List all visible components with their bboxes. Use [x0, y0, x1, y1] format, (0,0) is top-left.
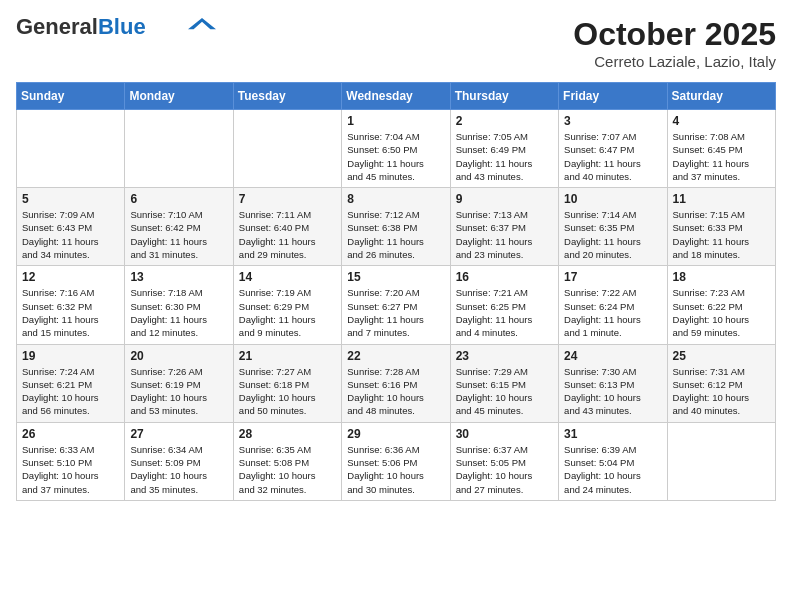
day-number: 4 [673, 114, 770, 128]
cell-text: Sunrise: 6:34 AMSunset: 5:09 PMDaylight:… [130, 443, 227, 496]
cell-text: Sunrise: 7:08 AMSunset: 6:45 PMDaylight:… [673, 130, 770, 183]
cell-text: Sunrise: 7:19 AMSunset: 6:29 PMDaylight:… [239, 286, 336, 339]
day-number: 23 [456, 349, 553, 363]
logo-text: GeneralBlue [16, 16, 146, 38]
day-number: 14 [239, 270, 336, 284]
page-header: GeneralBlue October 2025 Cerreto Laziale… [16, 16, 776, 70]
calendar-cell: 14Sunrise: 7:19 AMSunset: 6:29 PMDayligh… [233, 266, 341, 344]
weekday-header: Saturday [667, 83, 775, 110]
cell-text: Sunrise: 7:07 AMSunset: 6:47 PMDaylight:… [564, 130, 661, 183]
calendar-cell: 20Sunrise: 7:26 AMSunset: 6:19 PMDayligh… [125, 344, 233, 422]
weekday-header-row: SundayMondayTuesdayWednesdayThursdayFrid… [17, 83, 776, 110]
calendar-week-row: 5Sunrise: 7:09 AMSunset: 6:43 PMDaylight… [17, 188, 776, 266]
calendar-cell: 15Sunrise: 7:20 AMSunset: 6:27 PMDayligh… [342, 266, 450, 344]
calendar-cell: 3Sunrise: 7:07 AMSunset: 6:47 PMDaylight… [559, 110, 667, 188]
cell-text: Sunrise: 6:37 AMSunset: 5:05 PMDaylight:… [456, 443, 553, 496]
day-number: 15 [347, 270, 444, 284]
day-number: 29 [347, 427, 444, 441]
calendar-cell: 2Sunrise: 7:05 AMSunset: 6:49 PMDaylight… [450, 110, 558, 188]
calendar-cell: 23Sunrise: 7:29 AMSunset: 6:15 PMDayligh… [450, 344, 558, 422]
cell-text: Sunrise: 7:05 AMSunset: 6:49 PMDaylight:… [456, 130, 553, 183]
cell-text: Sunrise: 7:09 AMSunset: 6:43 PMDaylight:… [22, 208, 119, 261]
calendar-cell: 22Sunrise: 7:28 AMSunset: 6:16 PMDayligh… [342, 344, 450, 422]
weekday-header: Sunday [17, 83, 125, 110]
logo-blue: Blue [98, 14, 146, 39]
weekday-header: Friday [559, 83, 667, 110]
cell-text: Sunrise: 7:24 AMSunset: 6:21 PMDaylight:… [22, 365, 119, 418]
calendar-cell: 10Sunrise: 7:14 AMSunset: 6:35 PMDayligh… [559, 188, 667, 266]
cell-text: Sunrise: 7:26 AMSunset: 6:19 PMDaylight:… [130, 365, 227, 418]
calendar-cell: 26Sunrise: 6:33 AMSunset: 5:10 PMDayligh… [17, 422, 125, 500]
day-number: 13 [130, 270, 227, 284]
day-number: 6 [130, 192, 227, 206]
day-number: 10 [564, 192, 661, 206]
calendar-cell: 18Sunrise: 7:23 AMSunset: 6:22 PMDayligh… [667, 266, 775, 344]
cell-text: Sunrise: 6:36 AMSunset: 5:06 PMDaylight:… [347, 443, 444, 496]
logo-icon [188, 18, 216, 32]
day-number: 26 [22, 427, 119, 441]
day-number: 16 [456, 270, 553, 284]
weekday-header: Wednesday [342, 83, 450, 110]
calendar-cell: 9Sunrise: 7:13 AMSunset: 6:37 PMDaylight… [450, 188, 558, 266]
logo: GeneralBlue [16, 16, 216, 38]
cell-text: Sunrise: 7:13 AMSunset: 6:37 PMDaylight:… [456, 208, 553, 261]
cell-text: Sunrise: 7:29 AMSunset: 6:15 PMDaylight:… [456, 365, 553, 418]
calendar-week-row: 1Sunrise: 7:04 AMSunset: 6:50 PMDaylight… [17, 110, 776, 188]
calendar-cell: 12Sunrise: 7:16 AMSunset: 6:32 PMDayligh… [17, 266, 125, 344]
cell-text: Sunrise: 7:16 AMSunset: 6:32 PMDaylight:… [22, 286, 119, 339]
calendar-cell: 27Sunrise: 6:34 AMSunset: 5:09 PMDayligh… [125, 422, 233, 500]
cell-text: Sunrise: 7:12 AMSunset: 6:38 PMDaylight:… [347, 208, 444, 261]
calendar-cell: 17Sunrise: 7:22 AMSunset: 6:24 PMDayligh… [559, 266, 667, 344]
cell-text: Sunrise: 6:39 AMSunset: 5:04 PMDaylight:… [564, 443, 661, 496]
calendar-cell: 29Sunrise: 6:36 AMSunset: 5:06 PMDayligh… [342, 422, 450, 500]
day-number: 17 [564, 270, 661, 284]
calendar-cell: 21Sunrise: 7:27 AMSunset: 6:18 PMDayligh… [233, 344, 341, 422]
calendar-cell: 4Sunrise: 7:08 AMSunset: 6:45 PMDaylight… [667, 110, 775, 188]
weekday-header: Thursday [450, 83, 558, 110]
cell-text: Sunrise: 7:04 AMSunset: 6:50 PMDaylight:… [347, 130, 444, 183]
calendar-cell: 6Sunrise: 7:10 AMSunset: 6:42 PMDaylight… [125, 188, 233, 266]
day-number: 27 [130, 427, 227, 441]
day-number: 8 [347, 192, 444, 206]
day-number: 24 [564, 349, 661, 363]
calendar-cell: 13Sunrise: 7:18 AMSunset: 6:30 PMDayligh… [125, 266, 233, 344]
weekday-header: Monday [125, 83, 233, 110]
calendar-week-row: 19Sunrise: 7:24 AMSunset: 6:21 PMDayligh… [17, 344, 776, 422]
title-block: October 2025 Cerreto Laziale, Lazio, Ita… [573, 16, 776, 70]
cell-text: Sunrise: 7:14 AMSunset: 6:35 PMDaylight:… [564, 208, 661, 261]
calendar-cell: 30Sunrise: 6:37 AMSunset: 5:05 PMDayligh… [450, 422, 558, 500]
calendar-cell: 31Sunrise: 6:39 AMSunset: 5:04 PMDayligh… [559, 422, 667, 500]
day-number: 11 [673, 192, 770, 206]
day-number: 28 [239, 427, 336, 441]
cell-text: Sunrise: 7:11 AMSunset: 6:40 PMDaylight:… [239, 208, 336, 261]
day-number: 1 [347, 114, 444, 128]
day-number: 31 [564, 427, 661, 441]
calendar-cell [233, 110, 341, 188]
day-number: 19 [22, 349, 119, 363]
cell-text: Sunrise: 7:22 AMSunset: 6:24 PMDaylight:… [564, 286, 661, 339]
day-number: 12 [22, 270, 119, 284]
day-number: 22 [347, 349, 444, 363]
calendar-cell [125, 110, 233, 188]
calendar-week-row: 26Sunrise: 6:33 AMSunset: 5:10 PMDayligh… [17, 422, 776, 500]
day-number: 21 [239, 349, 336, 363]
cell-text: Sunrise: 7:27 AMSunset: 6:18 PMDaylight:… [239, 365, 336, 418]
cell-text: Sunrise: 6:35 AMSunset: 5:08 PMDaylight:… [239, 443, 336, 496]
calendar-cell: 28Sunrise: 6:35 AMSunset: 5:08 PMDayligh… [233, 422, 341, 500]
day-number: 20 [130, 349, 227, 363]
calendar-cell: 5Sunrise: 7:09 AMSunset: 6:43 PMDaylight… [17, 188, 125, 266]
cell-text: Sunrise: 7:10 AMSunset: 6:42 PMDaylight:… [130, 208, 227, 261]
cell-text: Sunrise: 6:33 AMSunset: 5:10 PMDaylight:… [22, 443, 119, 496]
calendar-title: October 2025 [573, 16, 776, 53]
calendar-cell: 24Sunrise: 7:30 AMSunset: 6:13 PMDayligh… [559, 344, 667, 422]
calendar-table: SundayMondayTuesdayWednesdayThursdayFrid… [16, 82, 776, 501]
calendar-cell: 8Sunrise: 7:12 AMSunset: 6:38 PMDaylight… [342, 188, 450, 266]
calendar-cell: 7Sunrise: 7:11 AMSunset: 6:40 PMDaylight… [233, 188, 341, 266]
cell-text: Sunrise: 7:18 AMSunset: 6:30 PMDaylight:… [130, 286, 227, 339]
calendar-cell: 11Sunrise: 7:15 AMSunset: 6:33 PMDayligh… [667, 188, 775, 266]
calendar-cell [17, 110, 125, 188]
day-number: 2 [456, 114, 553, 128]
cell-text: Sunrise: 7:28 AMSunset: 6:16 PMDaylight:… [347, 365, 444, 418]
calendar-cell: 1Sunrise: 7:04 AMSunset: 6:50 PMDaylight… [342, 110, 450, 188]
cell-text: Sunrise: 7:30 AMSunset: 6:13 PMDaylight:… [564, 365, 661, 418]
